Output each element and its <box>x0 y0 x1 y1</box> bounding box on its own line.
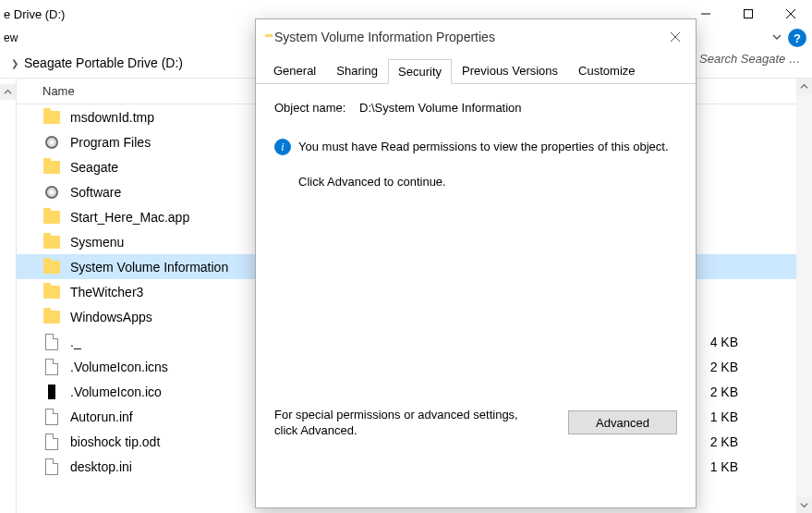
cd-icon <box>42 133 61 152</box>
size-cell: 2 KB <box>710 429 738 454</box>
folder-icon <box>42 258 61 276</box>
item-name: TheWitcher3 <box>70 285 143 299</box>
item-name: desktop.ini <box>70 459 132 474</box>
tab-security[interactable]: Security <box>388 59 452 84</box>
folder-icon <box>42 208 61 226</box>
item-name: Program Files <box>70 135 151 150</box>
item-name: .VolumeIcon.icns <box>70 360 168 374</box>
tab-general[interactable]: General <box>263 58 326 83</box>
file-icon <box>42 408 61 426</box>
nav-scroll-up-icon[interactable] <box>0 84 16 100</box>
footer-text: For special permissions or advanced sett… <box>274 407 524 439</box>
item-name: msdownId.tmp <box>70 110 154 125</box>
size-cell: 1 KB <box>710 454 738 479</box>
tab-previous-versions[interactable]: Previous Versions <box>452 58 568 83</box>
advanced-button[interactable]: Advanced <box>568 410 677 434</box>
scroll-down-icon[interactable] <box>796 497 812 513</box>
size-cell: 2 KB <box>710 379 738 404</box>
folder-icon <box>42 233 61 251</box>
close-button[interactable] <box>770 0 812 28</box>
info-icon: i <box>274 139 291 155</box>
dialog-title: System Volume Information Properties <box>274 30 495 44</box>
cd-icon <box>42 183 61 202</box>
scroll-up-icon[interactable] <box>796 79 812 94</box>
item-name: bioshock tip.odt <box>70 434 160 449</box>
object-name-label: Object name: <box>274 101 359 115</box>
permissions-info-text: You must have Read permissions to view t… <box>298 139 669 155</box>
folder-icon <box>42 108 61 127</box>
tab-sharing[interactable]: Sharing <box>326 58 388 83</box>
folder-icon <box>42 158 61 177</box>
size-cell: 1 KB <box>710 404 738 429</box>
tab-customize[interactable]: Customize <box>568 58 645 83</box>
file-icon <box>42 433 61 451</box>
black-icon <box>42 383 61 401</box>
maximize-button[interactable] <box>727 0 770 28</box>
properties-dialog: System Volume Information Properties Gen… <box>255 18 697 508</box>
size-cell: 2 KB <box>710 354 738 379</box>
folder-icon <box>42 308 61 326</box>
scrollbar[interactable] <box>796 79 812 513</box>
item-name: ._ <box>70 335 81 349</box>
dialog-body: Object name: D:\System Volume Informatio… <box>256 84 696 452</box>
item-name: Start_Here_Mac.app <box>70 210 189 225</box>
item-name: Autorun.inf <box>70 409 133 424</box>
dialog-titlebar: System Volume Information Properties <box>256 19 696 55</box>
object-name-value: D:\System Volume Information <box>359 101 522 115</box>
nav-pane <box>0 79 17 513</box>
item-name: Software <box>70 185 121 200</box>
item-name: System Volume Information <box>70 260 228 275</box>
search-input[interactable]: Search Seagate Po... <box>696 52 806 74</box>
advanced-hint-text: Click Advanced to continue. <box>298 174 446 190</box>
file-icon <box>42 458 61 476</box>
ribbon-tab[interactable]: ew <box>4 31 18 44</box>
breadcrumb[interactable]: Seagate Portable Drive (D:) <box>24 55 183 70</box>
file-icon <box>42 358 61 376</box>
help-icon[interactable]: ? <box>788 29 806 47</box>
dialog-close-button[interactable] <box>655 19 696 55</box>
file-icon <box>42 333 61 351</box>
item-name: Seagate <box>70 160 118 175</box>
size-cell: 4 KB <box>710 329 738 354</box>
item-name: WindowsApps <box>70 310 152 324</box>
breadcrumb-chevron-icon[interactable]: ❯ <box>6 58 24 68</box>
svg-rect-1 <box>745 10 753 18</box>
item-name: .VolumeIcon.ico <box>70 385 162 399</box>
dialog-tabs: GeneralSharingSecurityPrevious VersionsC… <box>256 55 696 84</box>
item-name: Sysmenu <box>70 235 124 250</box>
folder-icon <box>42 283 61 301</box>
chevron-down-icon[interactable] <box>771 31 782 45</box>
window-title: e Drive (D:) <box>0 7 65 21</box>
